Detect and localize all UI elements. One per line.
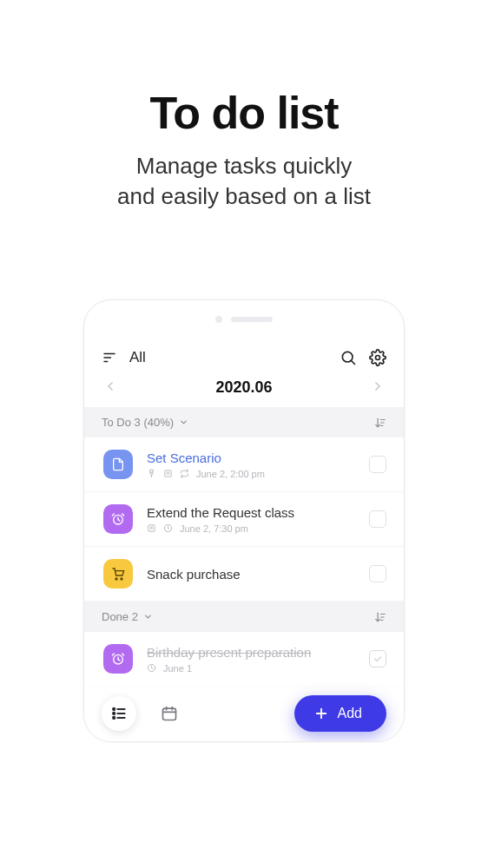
hero-subtitle: Manage tasks quickly and easily based on… [0,151,488,212]
svg-point-22 [115,578,117,580]
phone-frame: All 2020.06 To Do 3 (40%) Set Scenario [83,299,405,742]
hero-title: To do list [0,87,488,139]
task-meta: June 2, 7:30 pm [147,523,355,534]
file-icon [103,450,133,479]
list-view-button[interactable] [102,696,136,731]
svg-point-5 [376,356,380,360]
svg-line-17 [122,514,124,516]
filter-label[interactable]: All [129,349,327,366]
month-selector: 2020.06 [84,378,404,397]
sort-icon[interactable] [374,611,386,623]
gear-icon[interactable] [369,349,386,366]
svg-rect-41 [163,708,176,720]
speaker-slot [231,317,273,322]
add-button[interactable]: Add [294,695,386,732]
svg-point-37 [113,713,115,715]
top-bar: All [84,349,404,366]
svg-point-35 [113,708,115,711]
task-checkbox[interactable] [369,510,386,528]
task-checkbox[interactable] [369,456,386,473]
search-icon[interactable] [340,349,357,366]
section-todo-label: To Do 3 (40%) [102,416,174,429]
chevron-down-icon [179,418,188,427]
svg-point-23 [121,578,122,580]
task-date: June 2, 2:00 pm [196,469,265,479]
cart-icon [103,559,133,589]
task-meta: June 2, 2:00 pm [147,469,355,479]
note-icon [163,469,173,478]
task-title: Snack purchase [147,567,355,582]
section-header-done[interactable]: Done 2 [84,602,404,632]
svg-line-29 [118,660,120,661]
task-row[interactable]: Extend the Request class June 2, 7:30 pm [84,492,404,547]
task-title: Set Scenario [147,450,355,465]
svg-line-30 [112,654,114,655]
svg-line-4 [352,361,355,365]
clock-icon [147,663,156,673]
task-date: June 1 [163,663,192,674]
calendar-view-button[interactable] [152,696,187,731]
pin-icon [147,469,156,478]
sort-icon[interactable] [374,417,386,429]
task-meta: June 1 [147,663,355,674]
repeat-icon [180,469,189,478]
clock-icon [163,523,173,533]
alarm-icon [103,504,133,534]
plus-icon [313,706,329,721]
svg-line-16 [112,514,114,516]
hero: To do list Manage tasks quickly and easi… [0,0,488,212]
task-row[interactable]: Birthday present preparation June 1 [84,632,404,687]
task-title: Birthday present preparation [147,645,355,660]
add-button-label: Add [338,706,362,721]
section-header-todo[interactable]: To Do 3 (40%) [84,407,404,437]
section-done-label: Done 2 [102,610,138,623]
phone-notch [84,316,404,323]
task-checkbox[interactable] [369,565,386,582]
alarm-icon [103,644,133,674]
month-label[interactable]: 2020.06 [215,378,272,397]
next-month-button[interactable] [371,379,385,397]
prev-month-button[interactable] [103,379,117,397]
task-row[interactable]: Set Scenario June 2, 2:00 pm [84,437,404,492]
svg-line-31 [122,654,124,655]
camera-dot [215,316,222,323]
task-date: June 2, 7:30 pm [180,523,248,534]
svg-point-39 [113,717,115,720]
task-checkbox[interactable] [369,650,386,667]
task-title: Extend the Request class [147,505,355,520]
bottom-nav: Add [84,686,404,741]
chevron-down-icon [143,612,153,621]
task-row[interactable]: Snack purchase [84,547,404,602]
svg-line-15 [118,520,120,521]
note-icon [147,523,156,533]
filter-icon[interactable] [102,350,117,365]
